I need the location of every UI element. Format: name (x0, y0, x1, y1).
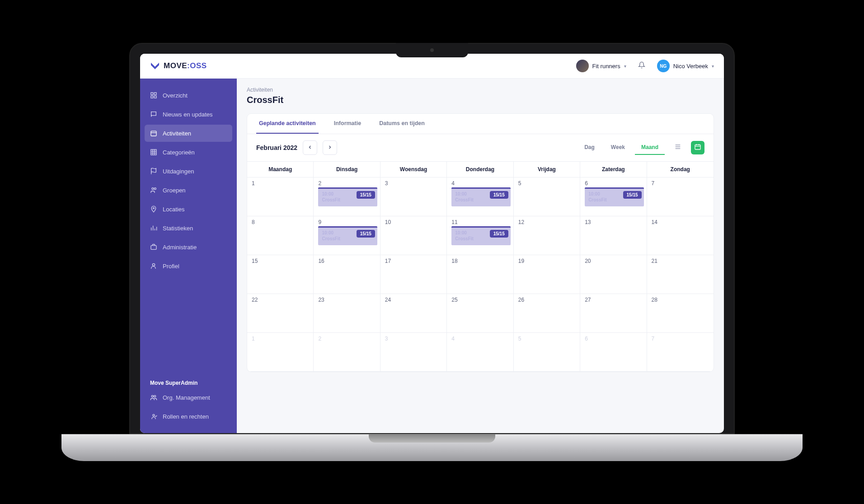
calendar-cell[interactable]: 19 (514, 255, 580, 294)
sidebar-item-nieuws-en-updates[interactable]: Nieuws en updates (145, 106, 232, 123)
dashboard-icon (150, 92, 157, 99)
sidebar-item-groepen[interactable]: Groepen (145, 182, 232, 199)
svg-point-21 (151, 395, 153, 397)
tab-geplande-activiteiten[interactable]: Geplande activiteiten (256, 114, 319, 134)
calendar-view-toggle[interactable] (691, 141, 704, 154)
calendar-cell[interactable]: 5 (514, 333, 580, 372)
calendar-cell[interactable]: 910:00CrossFit15/15 (314, 216, 380, 255)
calendar-cell[interactable]: 410:00CrossFit15/15 (447, 177, 513, 216)
sidebar-item-categorie-n[interactable]: Categorieën (145, 144, 232, 161)
day-number: 20 (585, 258, 643, 264)
day-number: 4 (451, 180, 510, 187)
sidebar-admin-item-org-management[interactable]: Org. Management (145, 389, 232, 406)
logo-text-1: MOVE (164, 61, 187, 70)
calendar-cell[interactable]: 22 (247, 294, 314, 333)
calendar-cell[interactable]: 4 (447, 333, 513, 372)
svg-point-23 (153, 414, 155, 416)
calendar-cell[interactable]: 210:00CrossFit15/15 (314, 177, 380, 216)
sidebar-admin-item-rollen-en-rechten[interactable]: Rollen en rechten (145, 408, 232, 425)
event-capacity-badge: 15/15 (357, 230, 375, 238)
calendar-cell[interactable]: 20 (580, 255, 647, 294)
sidebar-item-label: Nieuws en updates (163, 111, 213, 118)
sidebar-item-uitdagingen[interactable]: Uitdagingen (145, 163, 232, 180)
tab-datums-en-tijden[interactable]: Datums en tijden (376, 114, 427, 134)
breadcrumb[interactable]: Activiteiten (247, 87, 714, 93)
calendar-cell[interactable]: 12 (514, 216, 580, 255)
calendar-cell[interactable]: 5 (514, 177, 580, 216)
page-title: CrossFit (247, 95, 714, 105)
svg-rect-27 (695, 145, 700, 149)
calendar-cell[interactable]: 3 (380, 333, 447, 372)
calendar-cell[interactable]: 1 (247, 333, 314, 372)
calendar-cell[interactable]: 18 (447, 255, 513, 294)
notifications-button[interactable] (634, 59, 649, 73)
day-number: 27 (585, 297, 643, 303)
calendar-cell[interactable]: 6 (580, 333, 647, 372)
flag-icon (150, 168, 157, 175)
calendar-icon (694, 143, 701, 152)
calendar-cell[interactable]: 610:00CrossFit15/15 (580, 177, 647, 216)
calendar-cell[interactable]: 13 (580, 216, 647, 255)
briefcase-icon (150, 243, 157, 251)
grid-icon (150, 149, 157, 156)
day-number: 3 (385, 336, 444, 342)
calendar-event[interactable]: 10:00CrossFit15/15 (451, 187, 510, 206)
day-number: 2 (318, 180, 377, 187)
org-switcher[interactable]: Fit runners ▾ (576, 60, 626, 72)
calendar-cell[interactable]: 1 (247, 177, 314, 216)
svg-point-14 (153, 208, 155, 209)
calendar-cell[interactable]: 26 (514, 294, 580, 333)
calendar-cell[interactable]: 15 (247, 255, 314, 294)
sidebar-item-label: Rollen en rechten (163, 413, 209, 420)
svg-rect-6 (151, 149, 156, 155)
calendar-cell[interactable]: 24 (380, 294, 447, 333)
tab-informatie[interactable]: Informatie (331, 114, 364, 134)
day-number: 7 (652, 336, 711, 342)
sidebar-item-overzicht[interactable]: Overzicht (145, 87, 232, 104)
calendar-cell[interactable]: 2 (314, 333, 380, 372)
calendar-cell[interactable]: 8 (247, 216, 314, 255)
calendar-cell[interactable]: 10 (380, 216, 447, 255)
calendar-cell[interactable]: 23 (314, 294, 380, 333)
calendar-cell[interactable]: 7 (647, 177, 714, 216)
day-number: 25 (451, 297, 510, 303)
calendar-cell[interactable]: 21 (647, 255, 714, 294)
calendar-cell[interactable]: 27 (580, 294, 647, 333)
user-menu[interactable]: NG Nico Verbeek ▾ (657, 60, 714, 72)
calendar-event[interactable]: 10:00CrossFit15/15 (451, 226, 510, 245)
view-mode-dag[interactable]: Dag (578, 140, 601, 155)
calendar-cell[interactable]: 3 (380, 177, 447, 216)
sidebar-item-label: Administratie (163, 244, 197, 251)
sidebar-item-label: Statistieken (163, 225, 193, 232)
calendar-cell[interactable]: 25 (447, 294, 513, 333)
sidebar-item-label: Groepen (163, 187, 186, 194)
prev-month-button[interactable] (303, 140, 317, 155)
next-month-button[interactable] (323, 140, 337, 155)
view-mode-week[interactable]: Week (605, 140, 631, 155)
logo[interactable]: MOVE:OSS (150, 61, 207, 70)
calendar-cell[interactable]: 14 (647, 216, 714, 255)
sidebar-item-administratie[interactable]: Administratie (145, 238, 232, 256)
calendar-cell[interactable]: 1110:00CrossFit15/15 (447, 216, 513, 255)
calendar-cell[interactable]: 7 (647, 333, 714, 372)
sidebar-item-locaties[interactable]: Locaties (145, 201, 232, 218)
calendar-icon (150, 130, 157, 137)
day-number: 22 (252, 297, 310, 303)
calendar-cell[interactable]: 17 (380, 255, 447, 294)
day-number: 24 (385, 297, 444, 303)
calendar-cell[interactable]: 16 (314, 255, 380, 294)
calendar-event[interactable]: 10:00CrossFit15/15 (318, 226, 377, 245)
calendar-cell[interactable]: 28 (647, 294, 714, 333)
calendar-event[interactable]: 10:00CrossFit15/15 (318, 187, 377, 206)
sidebar-item-statistieken[interactable]: Statistieken (145, 219, 232, 237)
sidebar-item-activiteiten[interactable]: Activiteiten (145, 125, 232, 142)
org-icon (150, 394, 157, 401)
sidebar-item-profiel[interactable]: Profiel (145, 257, 232, 275)
list-view-toggle[interactable] (671, 141, 685, 154)
day-number: 7 (652, 180, 711, 187)
view-mode-maand[interactable]: Maand (635, 140, 665, 155)
day-number: 12 (518, 219, 577, 225)
day-number: 1 (252, 180, 310, 187)
day-number: 28 (652, 297, 711, 303)
calendar-event[interactable]: 10:00CrossFit15/15 (585, 187, 643, 206)
